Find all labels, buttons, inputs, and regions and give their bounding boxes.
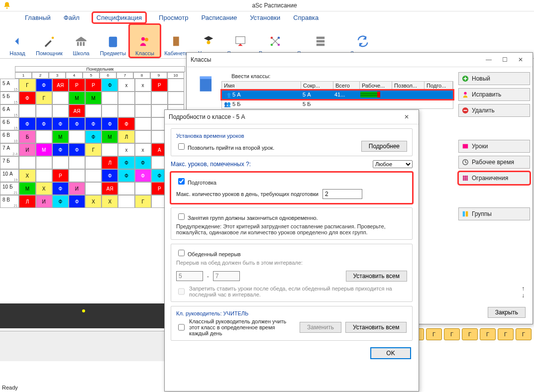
lessons-button[interactable]: Уроки	[458, 140, 530, 153]
svg-rect-13	[317, 40, 324, 43]
slot[interactable]: Г	[426, 328, 442, 340]
teacher-set-all-button[interactable]: Установить всем	[345, 322, 407, 333]
svg-point-3	[141, 37, 145, 41]
close-classes-button[interactable]: Закрыть	[488, 307, 526, 318]
max-prep-label: Макс. количество уроков в день, требующи…	[176, 191, 319, 197]
slot[interactable]: Г	[498, 328, 514, 340]
rb-wizard[interactable]: Помощник	[34, 24, 65, 57]
groups-end-checkbox[interactable]	[178, 213, 185, 220]
lunch-group: Обеденный перерыв Перерыв на обед должен…	[171, 244, 413, 302]
rb-subjects[interactable]: Предметы	[98, 24, 128, 57]
grid-day-header: Понедельник	[15, 66, 185, 72]
move-down-button[interactable]: ↓	[522, 292, 525, 299]
svg-point-6	[207, 41, 211, 44]
constraints-button[interactable]: Ограничения	[458, 172, 530, 185]
menu-sched[interactable]: Расписание	[201, 14, 237, 21]
rb-back[interactable]: Назад	[2, 24, 33, 57]
head-teacher-checkbox[interactable]	[178, 320, 185, 335]
allow-second-checkbox[interactable]	[178, 143, 185, 150]
allow-second-lesson[interactable]: Позволить прийти на второй урок.	[176, 142, 274, 151]
forbid-after-check: Запретить ставить уроки после обеда, есл…	[176, 286, 407, 297]
lunch-from	[176, 271, 203, 281]
svg-rect-28	[463, 211, 465, 217]
menu-settings[interactable]: Установки	[250, 14, 280, 21]
time-setup-group: Установка времени уроков Позволить прийт…	[171, 128, 413, 156]
menu-view[interactable]: Просмотр	[159, 14, 188, 21]
enter-classes-label: Ввести классы:	[231, 73, 453, 79]
minimize-button[interactable]: ―	[481, 54, 497, 65]
max-marked-select[interactable]: Любое	[373, 160, 413, 168]
details-close-button[interactable]: ✕	[399, 111, 415, 122]
lunch-checkbox[interactable]	[178, 250, 185, 256]
menu-help[interactable]: Справка	[293, 14, 319, 21]
lunch-hint: Перерыв на обед должен быть в этом интер…	[176, 260, 407, 266]
head-teacher-group: Кл. руководитель: УЧИТЕЛЬ Классный руков…	[171, 306, 413, 341]
slot[interactable]: Г	[516, 328, 532, 340]
svg-rect-14	[317, 44, 324, 46]
svg-rect-12	[317, 37, 324, 39]
close-button[interactable]: ✕	[513, 54, 529, 65]
lunch-check[interactable]: Обеденный перерыв	[176, 251, 241, 257]
delete-button[interactable]: Удалить	[458, 104, 530, 117]
svg-rect-17	[200, 77, 212, 79]
classes-dialog-title: Классы	[191, 56, 211, 63]
max-marked-label: Макс. уроков, помеченных ?:	[171, 161, 251, 168]
new-button[interactable]: Новый	[458, 72, 530, 85]
menu-file[interactable]: Файл	[64, 14, 80, 21]
rb-school[interactable]: Школа	[66, 24, 97, 57]
worktime-button[interactable]: Рабочее время	[458, 156, 530, 169]
svg-rect-5	[173, 37, 179, 46]
class-details-dialog: Подробности о классе - 5 А ✕ Установка в…	[164, 109, 419, 392]
menu-spec[interactable]: Спецификация	[93, 12, 146, 23]
status-bar: Ready	[2, 385, 18, 391]
svg-rect-26	[463, 144, 468, 149]
svg-point-23	[464, 92, 466, 95]
menu-home[interactable]: Главный	[25, 14, 51, 21]
lunch-to	[213, 271, 240, 281]
groups-end-check[interactable]: Занятия групп должны закончиться одновре…	[176, 215, 318, 221]
slot[interactable]: Г	[444, 328, 460, 340]
svg-point-1	[52, 37, 54, 39]
details-dialog-title: Подробности о классе - 5 А	[169, 113, 245, 120]
svg-rect-21	[377, 92, 380, 98]
edit-button[interactable]: Исправить	[458, 88, 530, 101]
menubar: Главный Файл Спецификация Просмотр Распи…	[0, 11, 534, 23]
slot[interactable]: Г	[462, 328, 478, 340]
svg-rect-7	[236, 37, 245, 44]
svg-point-15	[82, 309, 85, 312]
lunch-set-all-button[interactable]: Установить всем	[346, 271, 407, 282]
prep-checkbox[interactable]	[178, 178, 185, 185]
app-title: aSc Расписание	[15, 2, 534, 9]
rb-classes[interactable]: Классы	[129, 24, 160, 57]
groups-end-warning: Предупреждение: Этот критерий затрудняет…	[176, 223, 407, 235]
class-row-5b[interactable]: 👥 5 Б 5 Б	[221, 99, 453, 109]
svg-rect-2	[109, 37, 117, 47]
svg-point-4	[145, 38, 148, 41]
svg-point-0	[6, 7, 8, 9]
ok-button[interactable]: OK	[371, 348, 411, 359]
move-up-button[interactable]: ↑	[522, 285, 525, 292]
groups-end-group: Занятия групп должны закончиться одновре…	[171, 207, 413, 240]
max-prep-input[interactable]	[322, 189, 362, 199]
head-teacher-check[interactable]: Классный руководитель должен учить этот …	[176, 318, 296, 336]
replace-teacher-button: Заменить	[300, 322, 341, 333]
prep-check[interactable]: Подготовка	[176, 180, 216, 186]
more-button[interactable]: Подробнее	[361, 141, 407, 152]
maximize-button[interactable]: ☐	[497, 54, 513, 65]
forbid-after-checkbox	[178, 287, 185, 296]
app-icon	[3, 1, 11, 9]
prep-group: Подготовка Макс. количество уроков в ден…	[171, 172, 413, 203]
timetable-grid: Понедельник 12345678910 5 А15ГФАЯРРФххР5…	[0, 66, 184, 208]
class-row-5a[interactable]: 👥 5 А 5 А 41...	[221, 90, 453, 99]
book-icon	[197, 73, 216, 93]
svg-rect-29	[466, 211, 468, 217]
groups-button[interactable]: Группы	[458, 207, 530, 220]
slot[interactable]: Г	[480, 328, 496, 340]
classes-table-header: Имя Сокр... Всего Рабоче... Позвол... По…	[221, 81, 453, 90]
svg-rect-25	[464, 110, 467, 111]
